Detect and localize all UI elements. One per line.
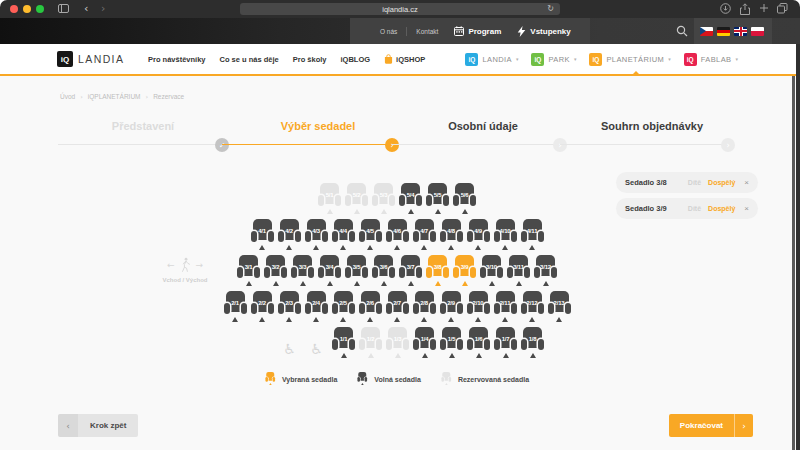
seat-2-3[interactable]: 2/3 [277,291,302,323]
flag-gb-icon[interactable] [734,27,747,36]
seat-5-5[interactable]: 5/5 [425,183,450,215]
seat-2-7[interactable]: 2/7 [385,291,410,323]
seat-3-10[interactable]: 3/10 [479,255,504,287]
seat-1-7[interactable]: 1/7 [493,327,518,359]
step-circle-osobn-daje[interactable]: › [553,138,567,152]
zoom-window-button[interactable] [36,5,44,13]
topbar-link-o-n-s[interactable]: O nás [380,28,397,35]
seat-2-9[interactable]: 2/9 [439,291,464,323]
seat-4-9[interactable]: 4/9 [466,219,491,251]
minimize-window-button[interactable] [23,5,31,13]
sidebar-icon[interactable] [58,4,69,13]
step-label-p-edstaven[interactable]: Představení [112,120,174,132]
seat-4-2[interactable]: 4/2 [277,219,302,251]
legend-seat-glyph[interactable] [265,372,276,385]
forward-navigation-icon[interactable]: › [101,3,105,15]
site-logo[interactable]: iQ LANDIA [57,51,124,67]
seat-1-6[interactable]: 1/6 [466,327,491,359]
flag-cz-icon[interactable] [700,27,713,36]
seat-3-5[interactable]: 3/5 [344,255,369,287]
seat-3-6[interactable]: 3/6 [371,255,396,287]
seat-5-6[interactable]: 5/6 [452,183,477,215]
close-window-button[interactable] [10,5,18,13]
step-label-souhrn-objedn-vky[interactable]: Souhrn objednávky [601,120,703,132]
address-bar[interactable]: iqlandia.cz ↻ [240,3,560,15]
seat-3-11[interactable]: 3/11 [506,255,531,287]
seat-4-11[interactable]: 4/11 [520,219,545,251]
seat-2-12[interactable]: 2/12 [520,291,545,323]
breadcrumb-item-iqplanet-rium[interactable]: iQPLANETÁRIUM [88,93,141,101]
seat-1-1[interactable]: 1/1 [331,327,356,359]
tickets-button[interactable]: Vstupenky [517,26,570,37]
seat-3-1[interactable]: 3/1 [236,255,261,287]
seat-2-1[interactable]: 2/1 [223,291,248,323]
nav-item-co-se-u-n-s-d-je[interactable]: Co se u nás děje [220,55,279,64]
seat-4-4[interactable]: 4/4 [331,219,356,251]
brand-link-planet-rium[interactable]: iQPLANETÁRIUM▾ [589,53,670,66]
url-text: iqlandia.cz [382,5,417,14]
seat-5-4[interactable]: 5/4 [398,183,423,215]
seat-3-12[interactable]: 3/12 [533,255,558,287]
seat-armrest [359,339,365,350]
reload-icon[interactable]: ↻ [547,4,554,13]
topbar-link-kontakt[interactable]: Kontakt [416,28,438,35]
step-circle-p-edstaven[interactable]: ✓ [215,138,229,152]
seat-4-7[interactable]: 4/7 [412,219,437,251]
seat-3-9[interactable]: 3/9 [452,255,477,287]
step-circle-souhrn-objedn-vky[interactable]: › [721,138,735,152]
seat-4-8[interactable]: 4/8 [439,219,464,251]
share-icon[interactable] [740,3,750,15]
seat-4-3[interactable]: 4/3 [304,219,329,251]
seat-2-4[interactable]: 2/4 [304,291,329,323]
seat-2-8[interactable]: 2/8 [412,291,437,323]
legend-seat-glyph[interactable] [357,372,368,385]
brand-link-fablab[interactable]: iQFABLAB▾ [684,53,738,66]
brand-link-landia[interactable]: iQLANDIA▾ [465,53,518,66]
nav-item-pro-koly[interactable]: Pro školy [293,55,327,64]
back-navigation-icon[interactable]: ‹ [84,3,88,15]
seat-2-6[interactable]: 2/6 [358,291,383,323]
lightning-icon [517,26,526,37]
seat-1-4[interactable]: 1/4 [412,327,437,359]
flag-de-icon[interactable] [717,27,730,36]
nav-item-iqshop[interactable]: iQSHOP [384,54,425,64]
seat-2-10[interactable]: 2/10 [466,291,491,323]
program-button[interactable]: Program [454,26,501,36]
seat-4-5[interactable]: 4/5 [358,219,383,251]
seat-1-8[interactable]: 1/8 [520,327,545,359]
seat-3-3[interactable]: 3/3 [290,255,315,287]
new-tab-icon[interactable] [759,3,769,13]
seat-armrest [534,267,540,278]
seat-4-1[interactable]: 4/1 [250,219,275,251]
seat-4-6[interactable]: 4/6 [385,219,410,251]
step-back-button[interactable]: ‹ Krok zpět [58,414,138,437]
seat-2-2[interactable]: 2/2 [250,291,275,323]
brand-link-park[interactable]: iQPARK▾ [531,53,576,66]
nav-item-iqblog[interactable]: iQBLOG [340,55,370,64]
seat-armrest [430,339,436,350]
flag-pl-icon[interactable] [751,27,764,36]
continue-button[interactable]: Pokračovat › [669,414,753,437]
step-circle-v-b-r-sedadel[interactable]: › [385,138,399,152]
seat-3-2[interactable]: 3/2 [263,255,288,287]
step-label-osobn-daje[interactable]: Osobní údaje [448,120,518,132]
seat-2-13[interactable]: 2/13 [547,291,572,323]
seat-2-5[interactable]: 2/5 [331,291,356,323]
wheelchair-icon: ♿ [283,341,296,357]
search-icon[interactable] [676,25,688,37]
tab-overview-icon[interactable] [777,3,788,14]
seat-4-10[interactable]: 4/10 [493,219,518,251]
seat-3-4[interactable]: 3/4 [317,255,342,287]
step-label-v-b-r-sedadel[interactable]: Výběr sedadel [281,120,356,132]
breadcrumb-item-rezervace[interactable]: Rezervace [153,93,184,101]
breadcrumb-item-vod[interactable]: Úvod [60,93,75,101]
downloads-icon[interactable] [720,3,731,14]
seat-2-11[interactable]: 2/11 [493,291,518,323]
seat-3-8[interactable]: 3/8 [425,255,450,287]
nav-item-pro-n-v-t-vn-ky[interactable]: Pro návštěvníky [148,55,206,64]
scrollbar[interactable] [792,76,795,450]
seat-base [394,245,400,250]
seat-1-5[interactable]: 1/5 [439,327,464,359]
seat-base [489,281,495,286]
seat-3-7[interactable]: 3/7 [398,255,423,287]
